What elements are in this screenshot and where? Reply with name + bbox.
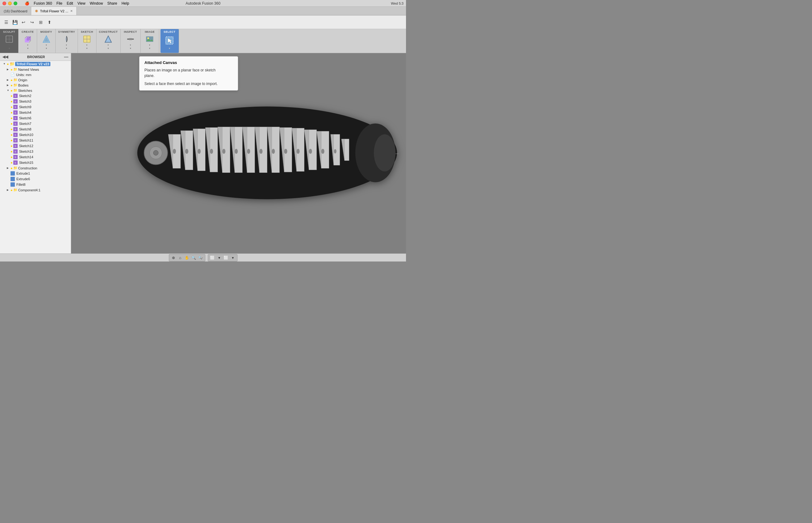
sketch11-eye[interactable]: ● (11, 139, 13, 142)
maximize-button[interactable] (14, 2, 17, 5)
share-button[interactable]: ⬆ (46, 19, 53, 26)
browser-named-views[interactable]: ▶ ● 📁 Named Views (0, 67, 71, 72)
browser-sketch11[interactable]: ● S Sketch11 (0, 138, 71, 143)
sketch3-eye[interactable]: ● (11, 100, 13, 103)
browser-construction[interactable]: ▶ ● 📁 Construction (0, 165, 71, 170)
browser-sketch13[interactable]: ● S Sketch13 (0, 149, 71, 154)
sketch14-eye[interactable]: ● (11, 155, 13, 159)
sketch9-eye[interactable]: ● (11, 105, 13, 109)
browser-sketch15[interactable]: ● S Sketch15 (0, 160, 71, 165)
symmetry-tool[interactable]: ▾ (60, 35, 72, 47)
sculpt-tool-main[interactable]: ▾ (3, 35, 15, 47)
minimize-button[interactable] (8, 2, 12, 5)
component4-eye[interactable]: ● (11, 188, 13, 192)
section-modify[interactable]: MODIFY ▾ ▾ (37, 29, 56, 53)
hamburger-menu-button[interactable]: ☰ (2, 19, 10, 26)
sketches-eye[interactable]: ● (11, 89, 13, 92)
sketch12-eye[interactable]: ● (11, 144, 13, 148)
menu-edit[interactable]: Edit (67, 1, 73, 5)
display-mode-button[interactable]: ▾ (216, 255, 222, 260)
browser-units[interactable]: 📄 Units: mm (0, 72, 71, 77)
mac-menubar[interactable]: 🍎 Fusion 360 File Edit View Window Share… (25, 1, 129, 5)
browser-back-icon[interactable]: ◀◀ (2, 55, 8, 59)
menu-share[interactable]: Share (107, 1, 117, 5)
sketch13-eye[interactable]: ● (11, 150, 13, 153)
component4-toggle[interactable]: ▶ (7, 188, 10, 191)
section-sketch[interactable]: SKETCH ▾ ▾ (78, 29, 96, 53)
render-mode-button[interactable]: ⬜ (223, 255, 229, 260)
sketch4-eye[interactable]: ● (11, 111, 13, 114)
browser-sketch8[interactable]: ● S Sketch8 (0, 126, 71, 132)
menu-file[interactable]: File (56, 1, 62, 5)
menu-help[interactable]: Help (122, 1, 129, 5)
sketch2-eye[interactable]: ● (11, 94, 13, 98)
render-mode-arrow[interactable]: ▾ (230, 255, 236, 260)
section-construct[interactable]: CONSTRUCT ▾ ▾ (96, 29, 121, 53)
sketch8-eye[interactable]: ● (11, 127, 13, 131)
named-views-eye[interactable]: ● (11, 68, 13, 71)
redo-button[interactable]: ↪ (29, 19, 36, 26)
named-views-toggle[interactable]: ▶ (7, 68, 10, 71)
browser-sketch9[interactable]: ● S Sketch9 (0, 104, 71, 110)
browser-sketch6[interactable]: ● S Sketch6 (0, 115, 71, 121)
origin-eye[interactable]: ● (11, 78, 13, 82)
tab-model[interactable]: ❋ Trifoil Flower V2 ... ✕ (31, 7, 76, 15)
tab-dashboard[interactable]: (16) Dashboard (0, 7, 31, 15)
tab-close-button[interactable]: ✕ (70, 9, 73, 13)
browser-sketches[interactable]: ▼ ● 📁 Sketches (0, 88, 71, 93)
select-tool[interactable] (163, 35, 175, 47)
undo-button[interactable]: ↩ (20, 19, 27, 26)
browser-sketch2[interactable]: ● S Sketch2 (0, 93, 71, 98)
construct-tool[interactable]: ▾ (102, 35, 114, 47)
construction-eye[interactable]: ● (11, 166, 13, 170)
image-tool[interactable]: ▾ (144, 35, 156, 47)
menu-app[interactable]: Fusion 360 (34, 1, 52, 5)
browser-extrude6[interactable]: Extrude6 (0, 176, 71, 182)
inspect-tool[interactable]: ▾ (125, 35, 136, 47)
section-image[interactable]: IMAGE ▾ ▾ (141, 29, 159, 53)
pan-button[interactable]: ✋ (184, 255, 190, 260)
sketch7-eye[interactable]: ● (11, 122, 13, 126)
zoom-out-button[interactable]: 🔍- (198, 255, 204, 260)
section-symmetry[interactable]: SYMMETRY ▾ ▾ (56, 29, 78, 53)
root-toggle-icon[interactable]: ▼ (3, 62, 6, 65)
browser-origin[interactable]: ▶ ● 📁 Origin (0, 77, 71, 83)
home-view-button[interactable]: ⌂ (177, 255, 183, 260)
connect-button[interactable]: ⊞ (37, 19, 45, 26)
browser-collapse-button[interactable]: — (64, 54, 68, 59)
browser-sketch4[interactable]: ● S Sketch4 (0, 110, 71, 115)
browser-component4[interactable]: ▶ ● 📁 Component4:1 (0, 187, 71, 193)
view-mode-button[interactable]: ⬜ (209, 255, 215, 260)
section-sculpt[interactable]: SCULPT ▾ ▾ (0, 29, 19, 53)
sketches-toggle[interactable]: ▼ (7, 89, 10, 92)
menu-window[interactable]: Window (90, 1, 103, 5)
section-create[interactable]: CREATE ▾ ▾ (19, 29, 37, 53)
browser-project-root[interactable]: ▼ ● 📁 Trifoil Flower V2 v23 (0, 61, 71, 67)
browser-extrude1[interactable]: Extrude1 (0, 170, 71, 176)
browser-sketch3[interactable]: ● S Sketch3 (0, 98, 71, 104)
modify-tool[interactable]: ▾ (40, 35, 52, 47)
sketch6-eye[interactable]: ● (11, 116, 13, 120)
create-tool[interactable]: ▾ (22, 35, 34, 47)
bodies-eye[interactable]: ● (11, 84, 13, 87)
browser-bodies[interactable]: ▶ ● 📁 Bodies (0, 83, 71, 88)
save-button[interactable]: 💾 (11, 19, 19, 26)
browser-fillet8[interactable]: Fillet8 (0, 182, 71, 187)
sketch15-eye[interactable]: ● (11, 161, 13, 164)
browser-sketch14[interactable]: ● S Sketch14 (0, 154, 71, 160)
section-inspect[interactable]: INSPECT ▾ ▾ (121, 29, 141, 53)
construction-toggle[interactable]: ▶ (7, 167, 10, 169)
sketch10-eye[interactable]: ● (11, 133, 13, 137)
browser-sketch7[interactable]: ● S Sketch7 (0, 121, 71, 126)
sketch-tool[interactable]: ▾ (81, 35, 93, 47)
root-eye-icon[interactable]: ● (7, 62, 9, 66)
close-button[interactable] (2, 2, 6, 5)
browser-sketch12[interactable]: ● S Sketch12 (0, 143, 71, 149)
origin-tool-button[interactable]: ⊕ (170, 255, 177, 260)
browser-sketch10[interactable]: ● S Sketch10 (0, 132, 71, 138)
bodies-toggle[interactable]: ▶ (7, 84, 10, 87)
menu-view[interactable]: View (77, 1, 85, 5)
origin-toggle[interactable]: ▶ (7, 78, 10, 81)
section-select[interactable]: SELECT ▾ (160, 29, 179, 53)
traffic-lights[interactable] (2, 2, 17, 5)
